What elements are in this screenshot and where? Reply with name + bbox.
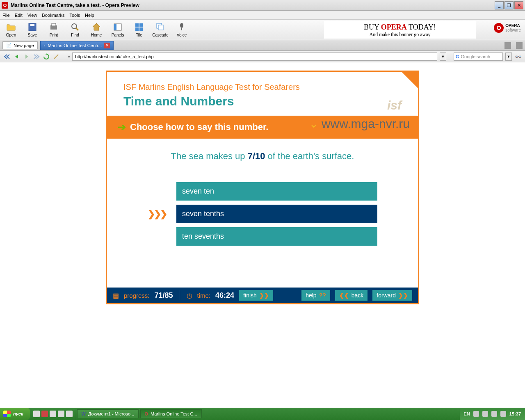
tab-menu-icon[interactable] bbox=[516, 42, 523, 49]
word-icon: W bbox=[82, 411, 86, 416]
svg-rect-8 bbox=[135, 23, 139, 27]
quick-launch bbox=[30, 408, 76, 420]
toolbar: Open Save Print Find Home Panels Tile Ca… bbox=[0, 20, 525, 40]
options-list: seven ten ❯❯❯ seven tenths ten sevenths bbox=[119, 182, 406, 246]
question-area: The sea makes up 7/10 of the earth's sur… bbox=[107, 139, 418, 288]
wand-button[interactable] bbox=[52, 53, 60, 60]
cascade-button[interactable]: Cascade bbox=[153, 22, 168, 37]
fast-forward-button[interactable] bbox=[33, 53, 40, 60]
opera-icon: O bbox=[2, 2, 8, 9]
menu-help[interactable]: Help bbox=[85, 13, 94, 18]
tab-close-button[interactable]: ✕ bbox=[104, 43, 110, 48]
progress-value: 71/85 bbox=[155, 291, 173, 300]
option-0[interactable]: seven ten bbox=[176, 182, 377, 201]
search-box[interactable]: G Google search bbox=[454, 52, 503, 61]
ql-icon-3[interactable] bbox=[50, 411, 56, 417]
menu-bar: File Edit View Bookmarks Tools Help bbox=[0, 11, 525, 20]
progress-label: progress: bbox=[124, 292, 150, 299]
svg-rect-9 bbox=[139, 23, 143, 27]
tray-icon-4[interactable] bbox=[500, 411, 506, 417]
test-frame: ISF Marlins English Language Test for Se… bbox=[106, 71, 419, 304]
window-title: Marlins Online Test Centre, take a test.… bbox=[11, 2, 494, 8]
option-1[interactable]: seven tenths bbox=[176, 205, 377, 223]
trash-icon[interactable] bbox=[504, 42, 511, 49]
opera-logo: O OPERAsoftware bbox=[494, 23, 521, 33]
back-button[interactable]: ❮❮back bbox=[335, 290, 368, 301]
url-input[interactable] bbox=[72, 52, 437, 61]
print-button[interactable]: Print bbox=[46, 22, 62, 37]
finish-button[interactable]: finish❯❯ bbox=[239, 290, 273, 301]
address-bar: ▫ ▼ G Google search ▼ 👓 bbox=[0, 51, 525, 62]
svg-rect-13 bbox=[158, 25, 163, 30]
ql-icon-5[interactable] bbox=[66, 411, 73, 417]
menu-tools[interactable]: Tools bbox=[69, 13, 80, 18]
back-button[interactable] bbox=[13, 53, 21, 60]
save-button[interactable]: Save bbox=[25, 22, 40, 37]
tab-bar: 📄 New page ▫ Marlins Online Test Centr..… bbox=[0, 40, 525, 51]
opera-icon: O bbox=[145, 411, 148, 416]
menu-view[interactable]: View bbox=[27, 13, 37, 18]
svg-rect-3 bbox=[52, 23, 56, 26]
search-dropdown[interactable]: ▼ bbox=[505, 52, 512, 61]
time-value: 46:24 bbox=[215, 291, 234, 300]
test-footer: ▤ progress: 71/85 ◷ time: 46:24 finish❯❯… bbox=[107, 288, 418, 303]
document-icon: ▤ bbox=[113, 292, 119, 299]
open-button[interactable]: Open bbox=[3, 22, 19, 37]
start-button[interactable]: пуск bbox=[0, 408, 30, 420]
menu-edit[interactable]: Edit bbox=[15, 13, 23, 18]
tray-icon-2[interactable] bbox=[482, 411, 488, 417]
tray-icon-3[interactable] bbox=[491, 411, 497, 417]
svg-point-14 bbox=[180, 23, 183, 28]
maximize-button[interactable]: ❐ bbox=[504, 1, 514, 9]
svg-line-5 bbox=[76, 28, 78, 30]
menu-bookmarks[interactable]: Bookmarks bbox=[42, 13, 64, 18]
reload-button[interactable] bbox=[43, 53, 50, 60]
menu-file[interactable]: File bbox=[2, 13, 10, 18]
title-bar: O Marlins Online Test Centre, take a tes… bbox=[0, 0, 525, 11]
clock[interactable]: 15:37 bbox=[509, 411, 521, 416]
tray-icon-1[interactable] bbox=[473, 411, 479, 417]
url-dropdown[interactable]: ▼ bbox=[440, 52, 446, 61]
active-tab[interactable]: ▫ Marlins Online Test Centr... ✕ bbox=[40, 41, 114, 50]
rewind-button[interactable] bbox=[3, 53, 11, 60]
page-content: ISF Marlins English Language Test for Se… bbox=[0, 62, 525, 412]
system-tray: EN 15:37 bbox=[460, 408, 525, 420]
chevrons-left-icon: ❮❮ bbox=[339, 292, 349, 299]
find-button[interactable]: Find bbox=[67, 22, 83, 37]
svg-rect-10 bbox=[135, 27, 139, 31]
panels-button[interactable]: Panels bbox=[110, 22, 126, 37]
home-button[interactable]: Home bbox=[89, 22, 104, 37]
page-icon: ▫ bbox=[68, 54, 70, 59]
page-icon: ▫ bbox=[44, 43, 46, 48]
voice-button[interactable]: Voice bbox=[174, 22, 189, 37]
arrow-right-icon: ➔ bbox=[118, 121, 126, 133]
isf-logo: isf bbox=[387, 98, 402, 112]
help-button[interactable]: help?? bbox=[301, 290, 330, 301]
binoculars-icon[interactable]: 👓 bbox=[514, 53, 522, 60]
tile-button[interactable]: Tile bbox=[131, 22, 147, 37]
clock-icon: ◷ bbox=[187, 292, 192, 299]
option-2[interactable]: ten sevenths bbox=[176, 227, 377, 246]
forward-button[interactable]: forward❯❯ bbox=[372, 290, 412, 301]
task-opera[interactable]: O Marlins Online Test C... bbox=[140, 409, 202, 418]
opera-banner[interactable]: BUY OPERA TODAY! And make this banner go… bbox=[324, 21, 476, 39]
lang-indicator[interactable]: EN bbox=[464, 411, 470, 416]
ql-icon-1[interactable] bbox=[33, 411, 40, 417]
task-word[interactable]: W Документ1 - Microso... bbox=[77, 409, 139, 418]
chevron-down-icon: ⌄ bbox=[309, 118, 318, 130]
ql-icon-2[interactable] bbox=[41, 411, 48, 417]
google-icon: G bbox=[456, 54, 459, 59]
new-page-tab[interactable]: 📄 New page bbox=[2, 41, 38, 49]
opera-o-icon: O bbox=[494, 23, 504, 33]
svg-line-16 bbox=[54, 55, 58, 59]
test-section: Time and Numbers bbox=[123, 94, 406, 108]
chevrons-right-icon: ❯❯ bbox=[398, 292, 408, 299]
document-icon: 📄 bbox=[6, 43, 12, 48]
ql-icon-4[interactable] bbox=[58, 411, 64, 417]
forward-button[interactable] bbox=[23, 53, 30, 60]
corner-fold-icon bbox=[402, 72, 418, 88]
minimize-button[interactable]: _ bbox=[495, 1, 504, 9]
chevrons-right-icon: ❯❯ bbox=[259, 292, 269, 299]
close-button[interactable]: ✕ bbox=[514, 1, 523, 9]
svg-rect-7 bbox=[114, 24, 116, 30]
